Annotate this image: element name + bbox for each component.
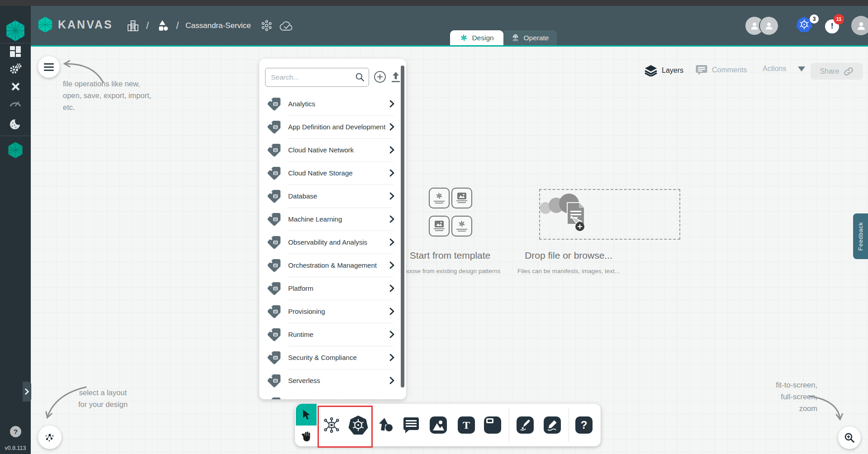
category-row[interactable]: Orchestration & Management bbox=[259, 254, 406, 277]
note-tool[interactable] bbox=[484, 416, 501, 434]
search-input[interactable] bbox=[270, 68, 353, 86]
category-row[interactable]: Cloud Native Storage bbox=[259, 161, 406, 184]
chevron-right-icon bbox=[389, 192, 394, 200]
kubernetes-context[interactable]: 3 bbox=[796, 16, 817, 35]
design-pinwheel-icon bbox=[460, 33, 468, 42]
category-label: Database bbox=[288, 192, 317, 200]
help-tool[interactable]: ? bbox=[575, 416, 593, 434]
app-header: KANVAS / / Cassandra-Service bbox=[31, 6, 868, 47]
tab-design[interactable]: Design bbox=[450, 30, 503, 45]
category-row[interactable]: Runtime bbox=[259, 323, 406, 346]
comment-icon bbox=[696, 65, 707, 76]
visibility-nodes-icon[interactable] bbox=[261, 19, 273, 32]
category-row[interactable]: Analytics bbox=[259, 92, 406, 115]
category-row[interactable]: Platform bbox=[259, 277, 406, 300]
pencil-tool[interactable] bbox=[544, 416, 561, 434]
actions-dropdown[interactable]: Actions bbox=[763, 65, 805, 73]
organization-icon[interactable] bbox=[127, 19, 139, 32]
category-row[interactable]: Machine Learning bbox=[259, 208, 406, 231]
kanvas-brand[interactable]: KANVAS bbox=[38, 17, 113, 33]
note-icon bbox=[484, 416, 501, 434]
chevron-right-icon bbox=[389, 261, 394, 269]
breadcrumb-slash: / bbox=[176, 20, 179, 32]
template-card-design[interactable] bbox=[451, 216, 472, 236]
category-row[interactable]: Provisioning bbox=[259, 300, 406, 323]
share-button[interactable]: Share bbox=[811, 63, 863, 80]
designs-icon[interactable] bbox=[156, 19, 169, 32]
extensions-icon bbox=[9, 117, 22, 131]
sidebar-item-configuration[interactable] bbox=[0, 80, 31, 93]
meshery-logo[interactable] bbox=[0, 20, 31, 41]
category-label: Provisioning bbox=[288, 307, 325, 315]
panel-scrollbar[interactable] bbox=[401, 66, 404, 388]
layout-annotation: select a layout for your design bbox=[63, 387, 142, 410]
tab-design-label: Design bbox=[472, 34, 493, 42]
sidebar-item-dashboard[interactable] bbox=[0, 46, 31, 57]
chevron-right-icon bbox=[25, 388, 29, 395]
category-row[interactable]: Cloud Native Network bbox=[259, 138, 406, 161]
design-name[interactable]: Cassandra-Service bbox=[185, 21, 251, 30]
category-label: Orchestration & Management bbox=[288, 261, 377, 269]
sidebar-expand-button[interactable] bbox=[23, 382, 31, 402]
upload-icon[interactable] bbox=[390, 71, 401, 83]
category-row[interactable]: Observability and Analysis bbox=[259, 231, 406, 254]
user-avatar[interactable] bbox=[851, 16, 868, 35]
actions-label: Actions bbox=[763, 65, 786, 73]
operator-headset-icon bbox=[511, 33, 520, 42]
image-tool[interactable] bbox=[430, 416, 447, 434]
category-tag-icon bbox=[266, 257, 282, 273]
meshery-hexagon-icon bbox=[6, 20, 25, 41]
zoom-button[interactable] bbox=[838, 426, 861, 449]
search-box[interactable] bbox=[265, 68, 369, 87]
template-card-image[interactable] bbox=[429, 216, 450, 236]
kanvas-hexagon-icon bbox=[8, 142, 23, 158]
pan-tool[interactable] bbox=[296, 426, 317, 446]
comments-label: Comments bbox=[712, 66, 747, 74]
chevron-right-icon bbox=[389, 100, 394, 108]
collaborator-avatar[interactable] bbox=[759, 17, 778, 35]
template-card-design[interactable] bbox=[429, 188, 450, 208]
toolbar-divider bbox=[569, 408, 569, 442]
notification-count-badge: 11 bbox=[834, 14, 844, 24]
text-tool[interactable]: T bbox=[458, 416, 475, 434]
sidebar-item-kanvas[interactable] bbox=[0, 142, 31, 158]
category-row[interactable]: Security & Compliance bbox=[259, 346, 406, 369]
cloud-saved-icon bbox=[280, 20, 293, 31]
category-label: Cloud Native Network bbox=[288, 146, 354, 154]
template-card-image[interactable] bbox=[451, 188, 472, 208]
layout-select-button[interactable] bbox=[38, 426, 62, 449]
cursor-tool[interactable] bbox=[296, 404, 317, 426]
feedback-tab[interactable]: Feedback bbox=[853, 213, 868, 259]
add-component-icon[interactable] bbox=[374, 71, 386, 83]
link-icon bbox=[844, 66, 854, 76]
image-icon bbox=[435, 221, 444, 227]
chevron-right-icon bbox=[389, 307, 394, 315]
category-row[interactable]: Serverless bbox=[259, 369, 406, 392]
drop-file-title[interactable]: Drop file or browse... bbox=[510, 250, 627, 261]
comment-tool[interactable] bbox=[403, 416, 420, 435]
start-from-template-title[interactable]: Start from template bbox=[391, 250, 509, 261]
sidebar-item-extensions[interactable] bbox=[0, 117, 31, 131]
help-button[interactable]: ? bbox=[10, 426, 21, 437]
chevron-right-icon bbox=[389, 146, 394, 154]
file-menu-button[interactable] bbox=[38, 56, 60, 78]
shapes-tool[interactable] bbox=[377, 416, 394, 434]
category-row[interactable]: Database bbox=[259, 184, 406, 208]
sidebar-item-performance[interactable] bbox=[0, 99, 31, 108]
comments-toggle[interactable]: Comments bbox=[696, 65, 747, 76]
collaborator-avatars[interactable] bbox=[745, 17, 778, 35]
chevron-right-icon bbox=[389, 377, 394, 384]
image-icon bbox=[457, 193, 466, 199]
category-tag-icon bbox=[266, 396, 282, 399]
chevron-right-icon bbox=[389, 354, 394, 361]
sidebar-divider bbox=[0, 43, 31, 43]
gauge-icon bbox=[9, 99, 22, 108]
pen-tool[interactable] bbox=[517, 416, 534, 434]
drop-file-zone[interactable] bbox=[539, 189, 680, 240]
category-row[interactable]: App Definition and Development bbox=[259, 115, 406, 138]
sidebar-item-lifecycle[interactable] bbox=[0, 63, 31, 75]
tab-operate[interactable]: Operate bbox=[503, 30, 557, 45]
file-operations-annotation: file operations like new, open, save, ex… bbox=[63, 78, 151, 113]
notifications-button[interactable]: ! 11 bbox=[825, 17, 840, 35]
layers-toggle[interactable]: Layers bbox=[645, 65, 683, 76]
